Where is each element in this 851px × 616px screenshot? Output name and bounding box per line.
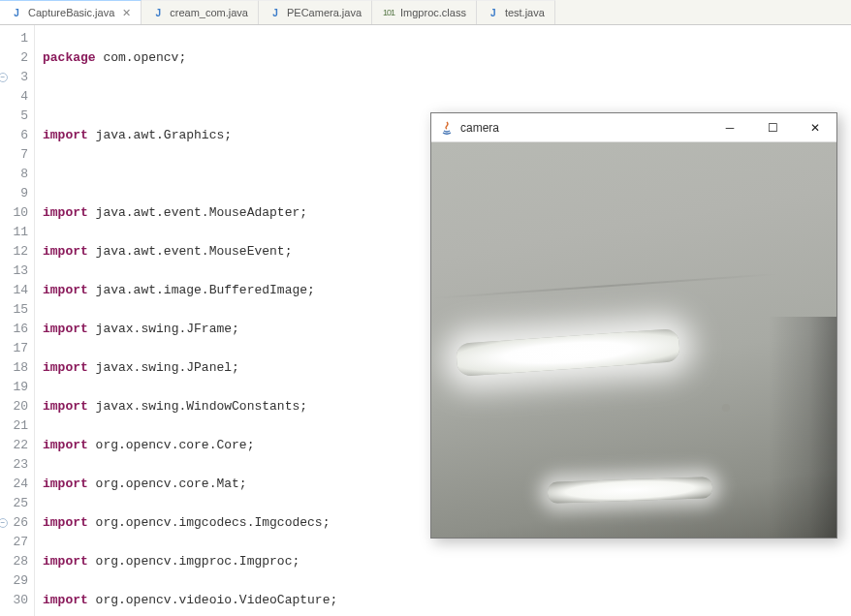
line-number: 4 (0, 87, 28, 107)
line-number: 20 (0, 397, 28, 416)
tab-label: cream_com.java (170, 7, 248, 18)
java-file-icon: J (487, 6, 500, 19)
line-number: 12 (0, 242, 28, 262)
line-number: 22 (0, 436, 28, 455)
code-line: package com.opencv; (43, 48, 851, 68)
tab-label: Imgproc.class (400, 7, 466, 18)
line-number: 13 (0, 262, 28, 281)
camera-video-feed (431, 142, 836, 538)
tab-label: CaptureBasic.java (28, 7, 114, 18)
line-number: 21 (0, 416, 28, 436)
line-number-gutter: 1 2 −3 4 5 6 7 8 9 10 11 12 13 14 15 16 … (0, 25, 35, 616)
line-number: 7 (0, 145, 28, 165)
line-number: 27 (0, 533, 28, 552)
ceiling-light-icon (548, 477, 713, 504)
ceiling-light-icon (456, 328, 680, 377)
camera-window[interactable]: camera ─ ☐ ✕ (430, 112, 837, 539)
java-file-icon: J (151, 6, 165, 19)
minimize-button[interactable]: ─ (709, 113, 751, 142)
tab-imgproc-class[interactable]: 101 Imgproc.class (372, 0, 477, 24)
fold-toggle-icon[interactable]: − (0, 73, 8, 82)
editor-tabbar: J CaptureBasic.java ✕ J cream_com.java J… (0, 0, 851, 25)
line-number: 5 (0, 107, 28, 126)
code-line: import org.opencv.videoio.VideoCapture; (43, 591, 851, 610)
line-number: 16 (0, 320, 28, 339)
line-number: −3 (0, 68, 28, 87)
line-number: 14 (0, 281, 28, 300)
java-file-icon: J (268, 6, 282, 19)
close-button[interactable]: ✕ (794, 113, 836, 142)
line-number: 2 (0, 48, 28, 68)
line-number: 25 (0, 494, 28, 513)
line-number: 24 (0, 475, 28, 494)
tab-label: PECamera.java (287, 7, 362, 18)
line-number: 29 (0, 571, 28, 591)
line-number: −26 (0, 513, 28, 533)
camera-window-title: camera (460, 121, 499, 135)
tab-capturebasic[interactable]: J CaptureBasic.java ✕ (0, 0, 142, 24)
fold-toggle-icon[interactable]: − (0, 518, 8, 528)
line-number: 11 (0, 223, 28, 242)
line-number: 1 (0, 29, 28, 48)
tab-test[interactable]: J test.java (477, 0, 555, 24)
tab-cream-com[interactable]: J cream_com.java (142, 0, 259, 24)
java-file-icon: J (10, 6, 23, 19)
maximize-button[interactable]: ☐ (751, 113, 794, 142)
code-line: import org.opencv.imgproc.Imgproc; (43, 552, 851, 571)
line-number: 23 (0, 455, 28, 475)
tab-pecamera[interactable]: J PECamera.java (259, 0, 372, 24)
line-number: 6 (0, 126, 28, 145)
close-icon[interactable]: ✕ (122, 7, 131, 19)
line-number: 18 (0, 358, 28, 378)
code-line (43, 87, 851, 107)
line-number: 10 (0, 203, 28, 223)
line-number: 19 (0, 378, 28, 397)
class-file-icon: 101 (382, 6, 395, 19)
camera-titlebar[interactable]: camera ─ ☐ ✕ (431, 113, 836, 142)
java-app-icon (439, 120, 455, 136)
line-number: 17 (0, 339, 28, 358)
line-number: 28 (0, 552, 28, 571)
tab-label: test.java (505, 7, 545, 18)
line-number: 15 (0, 300, 28, 320)
line-number: 8 (0, 165, 28, 184)
line-number: 9 (0, 184, 28, 203)
line-number: 30 (0, 591, 28, 610)
